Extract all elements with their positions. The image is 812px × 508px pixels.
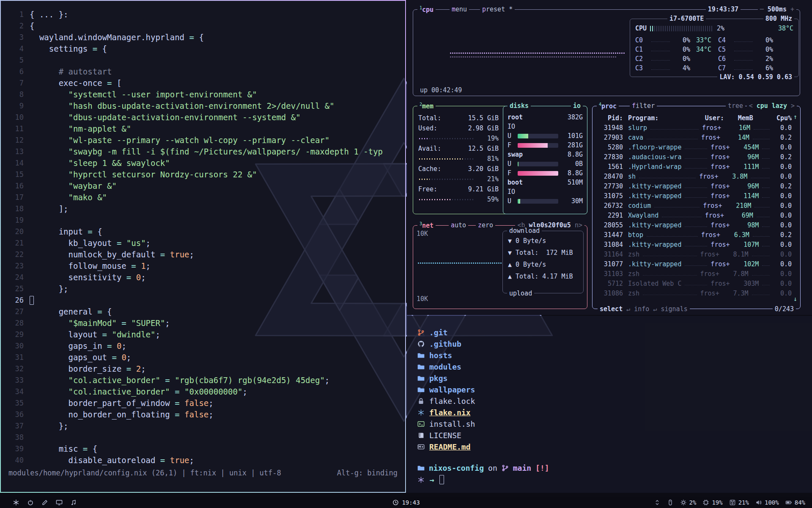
process-row[interactable]: 28055.kitty-wrappedfros+98M0.0 bbox=[593, 220, 800, 230]
editor-line: 12 "wl-paste --primary --watch wl-copy -… bbox=[1, 135, 405, 146]
menu-button[interactable]: menu bbox=[450, 6, 469, 13]
process-row[interactable]: 31948slurpfros+16M0.0 bbox=[593, 123, 800, 133]
process-row[interactable]: 1561.Hyprland-wrapfros+111M0.0 bbox=[593, 162, 800, 171]
proc-footer-actions[interactable]: select ↵ info ↵ signals bbox=[598, 305, 690, 313]
tray-gear[interactable]: 2% bbox=[680, 499, 697, 506]
file-item[interactable]: install.sh bbox=[417, 418, 812, 430]
line-number: 36 bbox=[1, 409, 24, 420]
process-row[interactable]: 28470shfros+3.8M0.0 bbox=[593, 171, 800, 181]
line-number: 28 bbox=[1, 318, 24, 329]
file-item[interactable]: README.md bbox=[417, 441, 812, 453]
file-item[interactable]: flake.nix bbox=[417, 407, 812, 418]
terminal-icon bbox=[417, 420, 425, 428]
process-list[interactable]: 31948slurpfros+16M0.027903cavafros+14M0.… bbox=[593, 123, 800, 298]
statusline-file-info: modules/home/hyprland/config.nix (26,1) … bbox=[8, 469, 281, 477]
process-row[interactable]: 27830.audacious-wrafros+96M0.2 bbox=[593, 152, 800, 162]
line-content: gaps_in = 0; bbox=[30, 340, 126, 352]
net-stats-panel: download ▼ 0 Byte/s▼ Total: 172 MiB▲ 0 B… bbox=[502, 231, 584, 293]
proc-filter-button[interactable]: filter bbox=[630, 102, 657, 110]
disk-stat-row: U101G bbox=[503, 131, 587, 141]
file-item[interactable]: modules bbox=[417, 361, 812, 373]
net-zero-toggle[interactable]: zero bbox=[476, 221, 495, 229]
editor-line: 39 misc = { bbox=[1, 443, 405, 455]
process-row[interactable]: 31447btopfros+6.3M0.2 bbox=[593, 230, 800, 240]
tray-battery[interactable]: 84% bbox=[785, 499, 805, 506]
editor-line: 25 }; bbox=[1, 283, 405, 295]
tray-disk[interactable]: 21% bbox=[729, 499, 749, 506]
line-content: "systemctl --user import-environment &" bbox=[30, 89, 257, 100]
process-row[interactable]: 31075.kitty-wrappedfros+114M0.0 bbox=[593, 191, 800, 201]
process-row[interactable]: 31164zshfros+8.1M0.0 bbox=[593, 249, 800, 259]
process-row[interactable]: 27903cavafros+14M0.2 bbox=[593, 133, 800, 142]
tray-mouse[interactable] bbox=[667, 499, 674, 506]
code-area[interactable]: 1{ ... }:2{3 wayland.windowManager.hyprl… bbox=[1, 1, 405, 466]
editor-line: 13 "swaybg -m fill -i $(find ~/Pictures/… bbox=[1, 146, 405, 157]
disk-stat-row: U30M bbox=[503, 196, 587, 206]
line-number: 8 bbox=[1, 89, 24, 100]
process-row[interactable]: 5712Isolated Web Cfros+303M0.0 bbox=[593, 279, 800, 288]
proc-sort-selector[interactable]: < cpu lazy > bbox=[747, 102, 797, 110]
line-content: "sleep 1 && swaylock" bbox=[30, 157, 170, 169]
line-number: 14 bbox=[1, 157, 24, 169]
music-icon[interactable] bbox=[70, 499, 77, 506]
prompt-on-label: on bbox=[488, 464, 497, 472]
editor-line: 28 "$mainMod" = "SUPER"; bbox=[1, 318, 405, 329]
nix-icon[interactable] bbox=[13, 499, 19, 506]
file-item[interactable]: flake.lock bbox=[417, 395, 812, 407]
line-number: 16 bbox=[1, 180, 24, 192]
proc-tree-toggle[interactable]: tree bbox=[726, 102, 745, 110]
file-item[interactable]: pkgs bbox=[417, 373, 812, 384]
line-number: 34 bbox=[1, 386, 24, 398]
line-content: "hash dbus-update-activation-environment… bbox=[30, 100, 335, 112]
cpu-model-label: i7-6700TE bbox=[667, 15, 706, 22]
line-content: "wl-paste --primary --watch wl-copy --pr… bbox=[30, 135, 329, 146]
line-number: 30 bbox=[1, 340, 24, 352]
file-item[interactable]: .github bbox=[417, 338, 812, 350]
process-row[interactable]: 31084.kitty-wrappedfros+107M0.0 bbox=[593, 240, 800, 249]
tray-updown[interactable] bbox=[654, 499, 661, 506]
power-icon[interactable] bbox=[27, 499, 34, 506]
line-number: 39 bbox=[1, 443, 24, 455]
terminal-window[interactable]: .git.githubhostsmodulespkgswallpapersfla… bbox=[407, 316, 812, 493]
editor-window[interactable]: 1{ ... }:2{3 wayland.windowManager.hyprl… bbox=[0, 0, 406, 493]
process-row[interactable]: 27730.kitty-wrappedfros+96M0.2 bbox=[593, 181, 800, 191]
file-name: install.sh bbox=[429, 420, 475, 428]
scroll-down-icon[interactable]: ↓ bbox=[793, 295, 797, 303]
file-item[interactable]: .git bbox=[417, 327, 812, 338]
folder-icon bbox=[417, 464, 425, 472]
edit-icon[interactable] bbox=[41, 499, 48, 506]
btop-window[interactable]: 1cpu menu preset * 19:43:37 ─ 500ms + up… bbox=[407, 0, 812, 315]
process-row[interactable]: 31103zshfros+7.8M0.0 bbox=[593, 269, 800, 279]
disk-entry: swap8.8G bbox=[503, 150, 587, 159]
disks-io-toggle[interactable]: io bbox=[571, 102, 583, 110]
folder-icon bbox=[417, 386, 425, 393]
editor-line: 9 "hash dbus-update-activation-environme… bbox=[1, 100, 405, 112]
file-item[interactable]: wallpapers bbox=[417, 384, 812, 395]
line-number: 10 bbox=[1, 112, 24, 123]
folder-icon bbox=[417, 352, 425, 359]
process-row[interactable]: 5280.floorp-wrappefros+454M0.0 bbox=[593, 142, 800, 152]
process-row[interactable]: 26732codiumfros+210M0.0 bbox=[593, 201, 800, 210]
preset-button[interactable]: preset * bbox=[480, 6, 515, 13]
btop-cpu-box: 1cpu menu preset * 19:43:37 ─ 500ms + up… bbox=[413, 9, 800, 96]
taskbar-launcher-icons bbox=[0, 499, 77, 506]
updown-icon bbox=[654, 499, 661, 506]
display-icon[interactable] bbox=[56, 499, 63, 506]
scroll-up-icon[interactable]: ↑ bbox=[793, 113, 797, 121]
process-row[interactable]: 31086zshfros+7.3M0.0 bbox=[593, 288, 800, 298]
file-item[interactable]: hosts bbox=[417, 350, 812, 361]
disk-entry: root382G bbox=[503, 113, 587, 122]
editor-statusline: modules/home/hyprland/config.nix (26,1) … bbox=[1, 467, 405, 478]
line-content: no_border_on_floating = false; bbox=[30, 409, 214, 420]
process-row[interactable]: 2291Xwaylandfros+69M0.0 bbox=[593, 210, 800, 220]
cpu-core-row: C50% bbox=[718, 45, 794, 54]
process-table-header[interactable]: Pid: Program: User: MemB Cpu% bbox=[593, 113, 800, 123]
shell-input-line[interactable]: → bbox=[417, 475, 812, 484]
tray-chip[interactable]: 19% bbox=[702, 499, 722, 506]
file-item[interactable]: LICENSE bbox=[417, 430, 812, 441]
process-row[interactable]: 31077.kitty-wrappedfros+102M0.0 bbox=[593, 259, 800, 269]
editor-line: 11 "nm-applet &" bbox=[1, 123, 405, 135]
net-auto-toggle[interactable]: auto bbox=[449, 221, 468, 229]
tray-volume[interactable]: 100% bbox=[755, 499, 779, 506]
update-interval-control[interactable]: ─ 500ms + bbox=[758, 6, 796, 13]
